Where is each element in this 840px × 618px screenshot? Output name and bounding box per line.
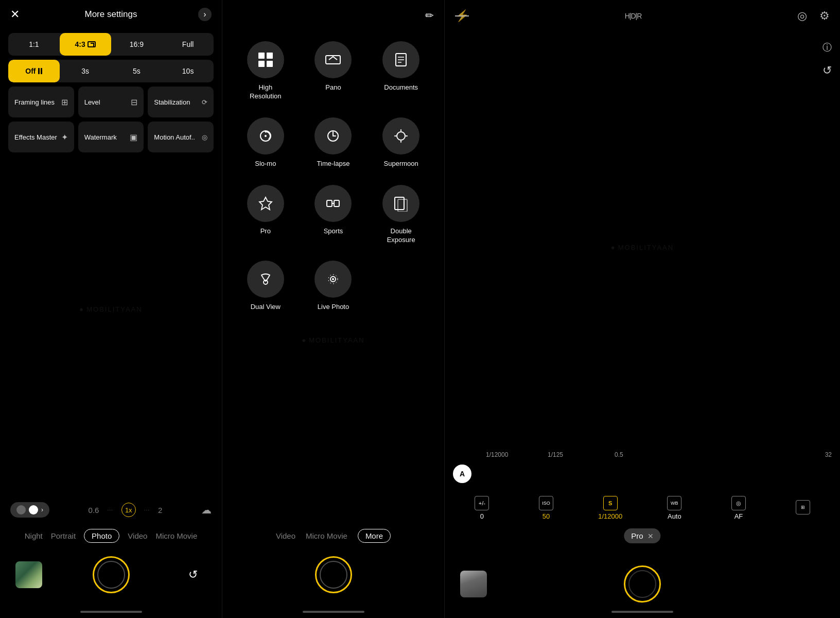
- header-title: More settings: [84, 9, 137, 20]
- ruler-area: 1/12000 1/125 0.5 32 A: [445, 451, 840, 484]
- framing-lines-button[interactable]: Framing lines ⊞: [8, 87, 74, 117]
- stabilization-button[interactable]: Stabilization ⟳: [148, 87, 214, 117]
- lens-06[interactable]: 0.6: [89, 506, 99, 514]
- timer-off[interactable]: Off: [8, 60, 60, 82]
- dual-view-label: Dual View: [251, 303, 281, 312]
- aspect-ratio-selector: 1:1 4:3 16:9 Full: [8, 33, 214, 56]
- lens-1x[interactable]: 1x: [121, 503, 136, 517]
- mode-night[interactable]: Night: [25, 529, 43, 542]
- reset-icon[interactable]: ↺: [822, 64, 832, 77]
- mode-live-photo[interactable]: Live Photo: [306, 261, 361, 312]
- pano-label: Pano: [325, 83, 341, 92]
- af-control[interactable]: ◎ AF: [708, 496, 770, 520]
- dual-view-icon: [257, 271, 274, 287]
- mode-pro[interactable]: Pro: [238, 185, 293, 245]
- ratio-4-3[interactable]: 4:3: [60, 33, 111, 56]
- mode-pano[interactable]: Pano: [306, 41, 361, 101]
- arrow-button[interactable]: ›: [198, 8, 212, 21]
- home-indicator: [0, 606, 222, 618]
- watermark-button[interactable]: Watermark ▣: [78, 122, 144, 152]
- format-control[interactable]: ⊞: [772, 500, 834, 517]
- watermark-overlay: ●MOBILITYAAN: [79, 305, 142, 313]
- svg-point-10: [265, 135, 267, 137]
- p2-home-indicator: [222, 606, 444, 618]
- settings-grid: Framing lines ⊞ Level ⊟ Stabilization ⟳ …: [8, 87, 214, 152]
- svg-marker-19: [259, 197, 272, 210]
- double-exposure-label: DoubleExposure: [387, 227, 415, 245]
- ruler-label-2: 1/125: [548, 451, 563, 458]
- mode-micromovie[interactable]: Micro Movie: [155, 529, 197, 542]
- cloud-button[interactable]: ☁: [201, 504, 212, 516]
- flip-camera-button[interactable]: ↺: [180, 561, 206, 588]
- modes-bar: Night Portrait Photo Video Micro Movie: [0, 524, 222, 548]
- flash-off-icon[interactable]: ⚡: [455, 9, 469, 23]
- mode-dual-view[interactable]: Dual View: [238, 261, 293, 312]
- mode-sports[interactable]: Sports: [306, 185, 361, 245]
- shutter-control[interactable]: S 1/12000: [579, 496, 641, 520]
- iso-icon: ISO: [539, 496, 553, 510]
- mode-portrait[interactable]: Portrait: [51, 529, 76, 542]
- mode-timelapse[interactable]: Time-lapse: [306, 117, 361, 168]
- timelapse-icon: [325, 128, 341, 144]
- gallery-thumbnail[interactable]: [15, 561, 42, 588]
- sports-icon: [325, 195, 341, 212]
- timelapse-label: Time-lapse: [317, 160, 350, 168]
- timer-5s[interactable]: 5s: [111, 60, 163, 82]
- lens-values: 0.6 ··· 1x ··· 2: [54, 503, 197, 517]
- documents-circle: [382, 41, 419, 78]
- ratio-1-1[interactable]: 1:1: [8, 33, 60, 56]
- capture-button[interactable]: [93, 556, 130, 593]
- p3-home-indicator: [445, 606, 840, 618]
- p2-mode-micromovie[interactable]: Micro Movie: [306, 529, 347, 542]
- mode-double-exposure[interactable]: DoubleExposure: [373, 185, 429, 245]
- p2-capture-button[interactable]: [315, 556, 352, 593]
- level-icon: ⊟: [131, 97, 137, 107]
- high-res-circle: [247, 41, 284, 78]
- mode-photo[interactable]: Photo: [84, 529, 119, 543]
- pro-mode-badge[interactable]: Pro ✕: [624, 528, 660, 543]
- svg-point-14: [397, 132, 405, 140]
- af-value: AF: [734, 512, 743, 520]
- settings-icon[interactable]: ⚙: [819, 9, 830, 23]
- p3-capture-button[interactable]: [624, 565, 661, 603]
- mode-slomo[interactable]: Slo-mo: [238, 117, 293, 168]
- ev-control[interactable]: +/- 0: [451, 496, 513, 520]
- p2-mode-video[interactable]: Video: [276, 529, 295, 542]
- ratio-icon: [87, 41, 96, 47]
- timer-3s[interactable]: 3s: [60, 60, 111, 82]
- documents-icon: [393, 52, 409, 68]
- effects-master-button[interactable]: Effects Master ✦: [8, 122, 74, 152]
- mode-supermoon[interactable]: Supermoon: [373, 117, 429, 168]
- svg-rect-3: [267, 61, 273, 67]
- p3-gallery-thumbnail[interactable]: [460, 571, 487, 597]
- lens-sep-1: ···: [107, 507, 113, 513]
- modes-grid: HighResolution Pano Docume: [222, 31, 444, 322]
- pro-badge-close[interactable]: ✕: [647, 532, 654, 540]
- hdr-off-icon[interactable]: H|D|R: [625, 12, 642, 20]
- ratio-16-9[interactable]: 16:9: [111, 33, 163, 56]
- p2-mode-more[interactable]: More: [358, 529, 391, 543]
- watermark-overlay-3: ●MOBILITYAAN: [611, 244, 674, 251]
- slomo-circle: [247, 117, 284, 154]
- close-button[interactable]: ✕: [10, 8, 20, 21]
- double-exposure-icon: [393, 195, 409, 212]
- mode-video[interactable]: Video: [128, 529, 147, 542]
- motion-autofocus-button[interactable]: Motion Autof.. ◎: [148, 122, 214, 152]
- sports-label: Sports: [324, 227, 343, 236]
- ratio-full[interactable]: Full: [162, 33, 214, 56]
- iso-control[interactable]: ISO 50: [515, 496, 577, 520]
- mode-high-resolution[interactable]: HighResolution: [238, 41, 293, 101]
- lens-2x[interactable]: 2: [158, 506, 162, 514]
- live-photo-label: Live Photo: [318, 303, 349, 312]
- mode-documents[interactable]: Documents: [373, 41, 429, 101]
- level-button[interactable]: Level ⊟: [78, 87, 144, 117]
- lens-toggle[interactable]: ›: [10, 502, 49, 518]
- framing-icon: ⊞: [61, 97, 68, 107]
- svg-rect-0: [258, 53, 265, 59]
- timer-10s[interactable]: 10s: [162, 60, 214, 82]
- info-icon[interactable]: ⓘ: [822, 41, 832, 54]
- wb-control[interactable]: WB Auto: [643, 496, 706, 520]
- edit-icon[interactable]: ✏: [425, 9, 434, 22]
- ruler-track[interactable]: A: [445, 464, 840, 484]
- target-icon[interactable]: ◎: [797, 9, 807, 23]
